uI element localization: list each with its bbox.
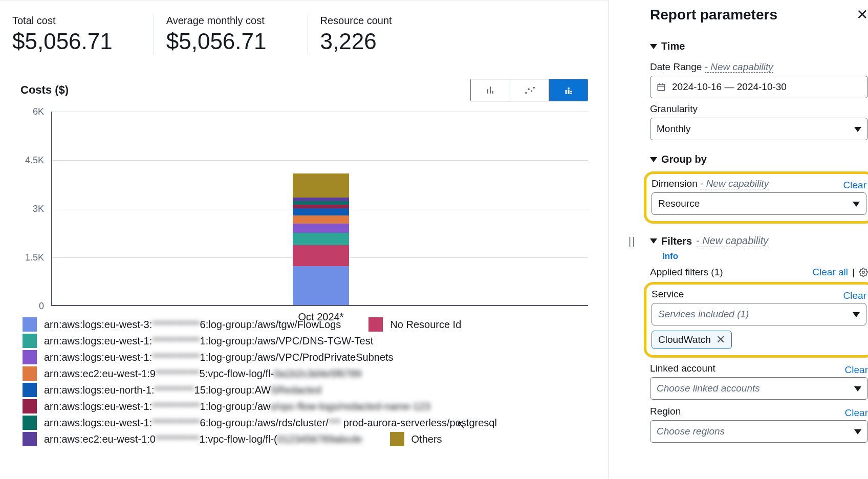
legend-label: arn:aws:logs:eu-west-3:************6:log…: [44, 316, 341, 333]
date-range-label: Date Range - New capability: [650, 61, 868, 73]
line-chart-button[interactable]: [510, 79, 549, 101]
chevron-down-icon: [853, 312, 860, 317]
new-capability-badge: - New capability: [696, 235, 768, 247]
service-label: Service: [652, 289, 684, 300]
bar-segment[interactable]: [293, 201, 349, 205]
chevron-down-icon: [650, 157, 657, 162]
x-axis-label: Oct 2024*: [298, 305, 344, 323]
legend-row: arn:aws:logs:eu-west-1:************1:log…: [23, 349, 588, 365]
gridline: [52, 112, 588, 112]
panel-title: Report parameters: [650, 7, 777, 23]
bar-chart-button[interactable]: [471, 79, 510, 101]
avg-cost-label: Average monthly cost: [166, 15, 267, 27]
dimension-highlight: Dimension - New capability Clear Resourc…: [644, 171, 868, 224]
legend-row: arn:aws:ec2:eu-west-1:0***********1:vpc-…: [23, 431, 588, 447]
legend-row: arn:aws:logs:eu-west-1:************1:log…: [23, 333, 588, 349]
stacked-bar-chart-button[interactable]: [549, 79, 588, 101]
bar-segment[interactable]: [293, 205, 349, 209]
legend-swatch: [23, 317, 37, 332]
legend-row: arn:aws:logs:eu-west-1:************1:log…: [23, 398, 588, 415]
bar-segment[interactable]: [293, 173, 349, 198]
service-clear-link[interactable]: Clear: [843, 290, 866, 301]
dimension-select[interactable]: Resource: [652, 192, 866, 215]
region-clear-link[interactable]: Clear: [845, 407, 868, 419]
time-section-header[interactable]: Time: [650, 32, 868, 56]
gridline: [52, 160, 588, 161]
bar-segment[interactable]: [293, 245, 349, 266]
legend-swatch: [23, 399, 37, 413]
granularity-label: Granularity: [650, 103, 868, 115]
bar-segment[interactable]: [293, 233, 349, 245]
close-icon[interactable]: ✕: [856, 6, 868, 23]
legend-swatch: [23, 334, 37, 348]
legend-label: arn:aws:logs:eu-west-1:************1:log…: [44, 349, 394, 365]
legend-label: arn:aws:ec2:eu-west-1:9***********5:vpc-…: [44, 365, 361, 382]
chevron-down-icon: [854, 429, 861, 434]
svg-rect-12: [570, 93, 572, 94]
region-select[interactable]: Choose regions: [650, 420, 868, 443]
svg-rect-10: [568, 90, 569, 94]
y-tick-label: 1.5K: [25, 252, 44, 263]
legend-item[interactable]: arn:aws:logs:eu-west-1:************1:log…: [23, 333, 373, 349]
legend-label: arn:aws:ec2:eu-west-1:0***********1:vpc-…: [44, 431, 362, 447]
legend-label: Others: [411, 431, 442, 447]
bar-stack[interactable]: [293, 173, 349, 305]
avg-cost-card: Average monthly cost $5,056.71: [154, 15, 308, 54]
bar-segment[interactable]: [293, 266, 349, 305]
legend-swatch: [390, 432, 404, 446]
chart-title: Costs ($): [20, 83, 69, 97]
linked-clear-link[interactable]: Clear: [845, 364, 868, 376]
svg-rect-8: [565, 92, 567, 94]
calendar-icon: [657, 82, 666, 92]
y-axis: 01.5K3K4.5K6K: [20, 112, 51, 306]
svg-point-6: [533, 87, 534, 89]
chart-type-toggle: [470, 79, 588, 101]
linked-account-label: Linked account: [650, 363, 715, 374]
legend-label: arn:aws:logs:eu-west-1:************1:log…: [44, 333, 373, 349]
legend-item[interactable]: arn:aws:logs:eu-west-1:************1:log…: [23, 398, 430, 415]
date-range-input[interactable]: 2024-10-16 — 2024-10-30: [650, 76, 868, 98]
legend-row: arn:aws:ec2:eu-west-1:9***********5:vpc-…: [23, 365, 588, 382]
legend-item[interactable]: arn:aws:logs:eu-west-1:************1:log…: [23, 349, 394, 365]
service-chip-cloudwatch[interactable]: CloudWatch ✕: [652, 331, 732, 349]
filters-info-link[interactable]: Info: [662, 251, 868, 262]
svg-point-5: [531, 90, 532, 92]
y-tick-label: 0: [39, 301, 44, 312]
chevron-down-icon: [650, 238, 657, 244]
panel-resize-handle[interactable]: ||: [628, 235, 636, 247]
chart-body: 01.5K3K4.5K6K Oct 2024*: [51, 112, 588, 306]
region-placeholder: Choose regions: [657, 426, 725, 437]
svg-point-17: [862, 271, 865, 274]
granularity-select[interactable]: Monthly: [650, 118, 868, 140]
bar-segment[interactable]: [293, 208, 349, 215]
legend-item[interactable]: arn:aws:ec2:eu-west-1:9***********5:vpc-…: [23, 365, 361, 382]
dimension-clear-link[interactable]: Clear: [843, 180, 866, 191]
legend-item[interactable]: arn:aws:logs:eu-north-1:**********15:log…: [23, 382, 321, 398]
legend-item[interactable]: arn:aws:logs:eu-west-3:************6:log…: [23, 316, 341, 333]
main-content: Total cost $5,056.71 Average monthly cos…: [0, 0, 609, 479]
chevron-down-icon: [650, 44, 657, 49]
legend-swatch: [23, 350, 37, 364]
close-icon[interactable]: ✕: [716, 334, 725, 345]
legend-item[interactable]: No Resource Id: [368, 316, 461, 333]
groupby-section-header[interactable]: Group by: [650, 145, 868, 169]
legend-item[interactable]: Others: [390, 431, 442, 447]
svg-point-4: [528, 89, 529, 90]
legend-item[interactable]: arn:aws:logs:eu-west-1:************6:log…: [23, 415, 497, 431]
legend-label: arn:aws:logs:eu-west-1:************6:log…: [44, 415, 497, 431]
stacked-bar-chart-icon: [563, 85, 574, 95]
y-tick-label: 3K: [33, 204, 44, 214]
service-select[interactable]: Services included (1): [652, 303, 866, 325]
line-chart-icon: [524, 84, 535, 96]
bar-segment[interactable]: [293, 224, 349, 233]
legend-item[interactable]: arn:aws:ec2:eu-west-1:0***********1:vpc-…: [23, 431, 362, 447]
bar-segment[interactable]: [293, 215, 349, 224]
gear-icon[interactable]: [859, 268, 868, 277]
chevron-down-icon: [853, 202, 860, 207]
chart-plot[interactable]: Oct 2024*: [51, 112, 588, 306]
clear-all-link[interactable]: Clear all: [812, 267, 848, 278]
svg-rect-9: [568, 88, 569, 89]
filters-section-header[interactable]: Filters - New capability: [650, 227, 868, 251]
linked-account-select[interactable]: Choose linked accounts: [650, 377, 868, 400]
svg-rect-7: [565, 90, 567, 92]
